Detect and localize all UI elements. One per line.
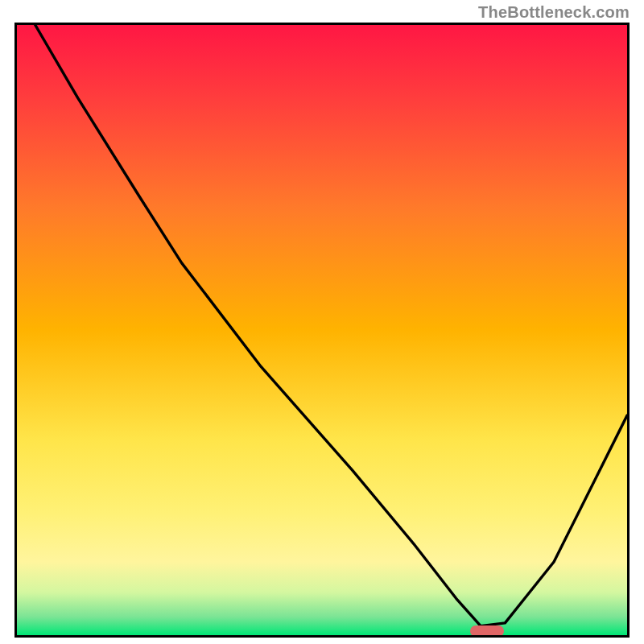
chart-svg bbox=[17, 25, 627, 635]
optimal-point-marker bbox=[470, 625, 504, 637]
chart-area bbox=[14, 23, 630, 638]
gradient-background bbox=[17, 25, 627, 635]
watermark-text: TheBottleneck.com bbox=[478, 3, 630, 22]
